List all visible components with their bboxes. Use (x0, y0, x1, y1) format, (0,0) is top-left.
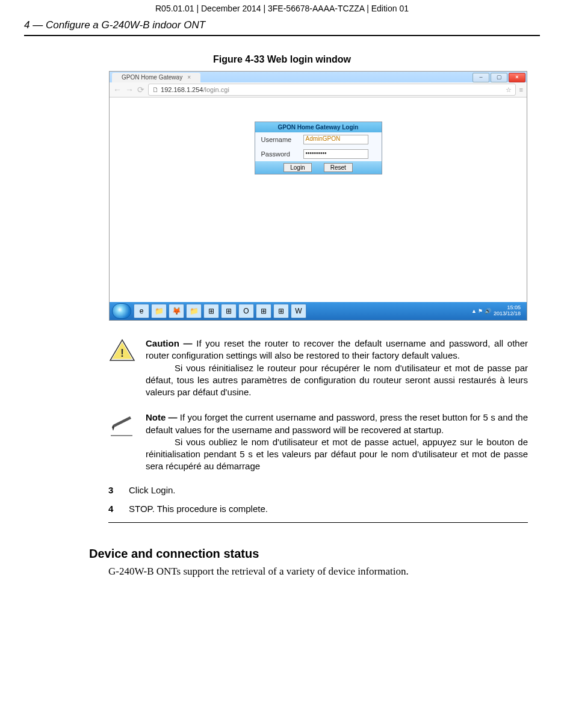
nav-forward-icon[interactable]: → (125, 85, 134, 94)
subsection-body: G-240W-B ONTs support the retrieval of a… (108, 566, 528, 578)
system-clock[interactable]: 15:05 2013/12/18 (494, 305, 521, 317)
window-maximize-button[interactable]: ▢ (491, 73, 507, 82)
login-box: GPON Home Gateway Login Username AdminGP… (255, 122, 382, 174)
taskbar-icon[interactable]: O (238, 304, 254, 318)
password-label: Password (261, 150, 303, 158)
window-minimize-button[interactable]: – (473, 73, 489, 82)
taskbar-icon[interactable]: 📁 (186, 304, 202, 318)
note-icon (108, 412, 136, 472)
step-4: 4 STOP. This procedure is complete. (108, 504, 528, 514)
caution-icon: ! (108, 338, 136, 398)
note-text-fr: Si vous oubliez le nom d'utilisateur et … (146, 436, 528, 473)
username-label: Username (261, 136, 303, 143)
caution-block: ! Caution — If you reset the router to r… (108, 338, 528, 398)
browser-tab[interactable]: GPON Home Gateway × (112, 73, 200, 82)
taskbar-icon[interactable]: ⊞ (273, 304, 289, 318)
taskbar-icon[interactable]: ⊞ (203, 304, 219, 318)
note-lead: Note — (146, 412, 180, 422)
taskbar-icon[interactable]: 🦊 (169, 304, 184, 318)
svg-text:!: ! (120, 347, 124, 359)
window-close-button[interactable]: × (509, 73, 525, 82)
username-input[interactable]: AdminGPON (303, 135, 368, 144)
figure-caption: Figure 4-33 Web login window (24, 54, 540, 65)
url-field[interactable]: 🗋 192.168.1.254/login.cgi ☆ (148, 84, 516, 96)
systray-icons[interactable]: ▲ ⚑ 🔊 (471, 308, 491, 314)
step-text: STOP. This procedure is complete. (129, 504, 268, 514)
taskbar-icon[interactable]: W (291, 304, 306, 318)
clock-date: 2013/12/18 (494, 311, 521, 317)
taskbar-icon[interactable]: ⊞ (256, 304, 271, 318)
tab-title: GPON Home Gateway (122, 73, 182, 82)
caution-lead: Caution — (146, 338, 196, 348)
taskbar-icon[interactable]: 📁 (151, 304, 167, 318)
taskbar-icon[interactable]: e (134, 304, 149, 318)
step-number: 3 (108, 485, 129, 495)
note-block: Note — If you forget the current usernam… (108, 412, 528, 472)
end-rule (108, 522, 528, 523)
browser-menu-icon[interactable]: ≡ (519, 86, 523, 93)
step-3: 3 Click Login. (108, 485, 528, 495)
browser-viewport: GPON Home Gateway Login Username AdminGP… (110, 97, 527, 302)
caution-text-fr: Si vous réinitialisez le routeur pour ré… (146, 362, 528, 399)
browser-address-bar: ← → ⟳ 🗋 192.168.1.254/login.cgi ☆ ≡ (110, 82, 527, 97)
tab-close-icon[interactable]: × (187, 73, 191, 82)
taskbar-icon[interactable]: ⊞ (221, 304, 237, 318)
section-title: 4 — Configure a G-240W-B indoor ONT (24, 19, 540, 36)
caution-text-en: If you reset the router to recover the d… (146, 338, 528, 360)
url-host: 192.168.1.254 (161, 86, 203, 93)
login-box-title: GPON Home Gateway Login (255, 122, 382, 132)
password-input[interactable]: •••••••••• (303, 149, 368, 159)
start-button-icon[interactable] (112, 303, 131, 319)
doc-header-line: R05.01.01 | December 2014 | 3FE-56678-AA… (24, 4, 540, 13)
embedded-screenshot: GPON Home Gateway × – ▢ × ← → ⟳ 🗋 192.16… (109, 71, 527, 321)
subsection-heading: Device and connection status (89, 547, 528, 561)
reset-button[interactable]: Reset (324, 163, 353, 172)
reload-icon[interactable]: ⟳ (137, 85, 144, 94)
step-number: 4 (108, 504, 129, 514)
browser-titlebar: GPON Home Gateway × – ▢ × (110, 72, 527, 82)
nav-back-icon[interactable]: ← (113, 85, 122, 94)
bookmark-star-icon[interactable]: ☆ (506, 84, 512, 95)
note-text-en: If you forget the current username and p… (146, 412, 528, 434)
windows-taskbar: e 📁 🦊 📁 ⊞ ⊞ O ⊞ ⊞ W ▲ ⚑ 🔊 15:05 2013/12/… (110, 302, 527, 320)
login-button[interactable]: Login (284, 163, 311, 172)
url-path: /login.cgi (203, 86, 229, 93)
step-text: Click Login. (129, 485, 176, 495)
